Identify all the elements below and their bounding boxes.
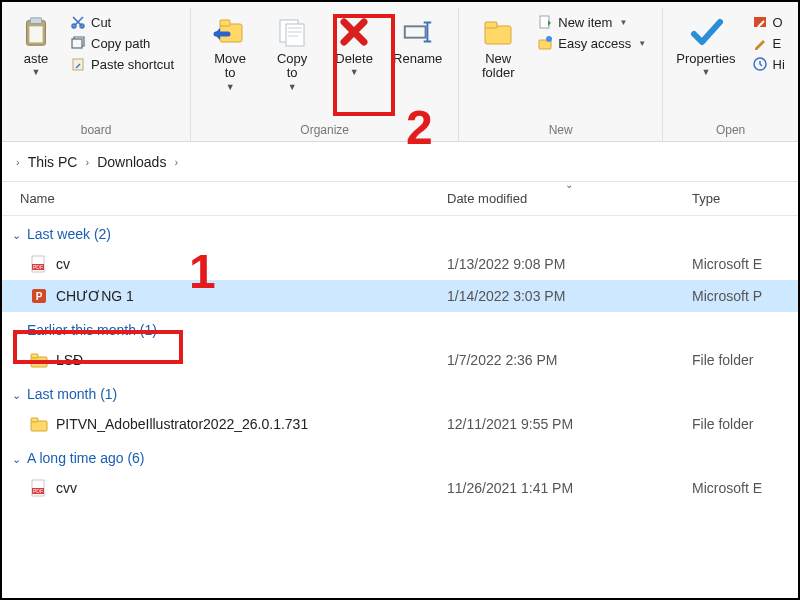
breadcrumb-downloads[interactable]: Downloads [97,154,166,170]
copy-path-button[interactable]: Copy path [68,34,176,52]
history-button[interactable]: Hi [750,55,787,73]
checkmark-icon [688,14,724,50]
group-earlier-this-month[interactable]: ⌄ Earlier this month (1) [2,312,798,344]
pdf-icon: PDF [30,479,48,497]
new-group-label: New [465,120,656,141]
edit-icon [752,35,768,51]
chevron-down-icon: ⌄ [12,229,21,242]
column-name[interactable]: Name [2,182,447,215]
group-label: Earlier this month (1) [27,322,157,338]
column-headers: Name ⌄ Date modified Type [2,182,798,216]
open-group-label: Open [669,120,792,141]
sort-indicator-icon: ⌄ [565,179,573,190]
organize-group: Move to ▼ Copy to ▼ Delete ▼ [191,8,459,141]
scissors-icon [70,14,86,30]
file-type: Microsoft P [692,288,798,304]
file-type: Microsoft E [692,256,798,272]
chevron-down-icon: ▼ [350,67,359,77]
svg-rect-10 [286,24,304,46]
chevron-down-icon: ▼ [638,39,646,48]
rename-icon [400,14,436,50]
file-type: File folder [692,416,798,432]
folder-icon [480,14,516,50]
open-group: Properties ▼ O E Hi Open [663,8,798,141]
powerpoint-icon: P [30,287,48,305]
file-row-selected[interactable]: P CHƯƠNG 1 1/14/2022 3:03 PM Microsoft P [2,280,798,312]
file-date: 1/13/2022 9:08 PM [447,256,692,272]
chevron-right-icon: › [174,156,178,168]
cut-button[interactable]: Cut [68,13,176,31]
column-type-label: Type [692,191,720,206]
new-folder-button[interactable]: New folder [469,11,527,84]
easy-access-button[interactable]: Easy access ▼ [535,34,648,52]
clipboard-icon [18,14,54,50]
new-item-button[interactable]: New item ▼ [535,13,648,31]
cut-label: Cut [91,15,111,30]
group-last-month[interactable]: ⌄ Last month (1) [2,376,798,408]
svg-rect-1 [30,18,41,24]
svg-rect-13 [485,22,497,28]
paste-label: aste [24,52,49,66]
breadcrumb-this-pc[interactable]: This PC [28,154,78,170]
rename-button[interactable]: Rename [387,11,448,69]
paste-shortcut-button[interactable]: Paste shortcut [68,55,176,73]
chevron-down-icon: ▼ [226,82,235,92]
svg-rect-25 [31,354,38,358]
chevron-down-icon: ▼ [288,82,297,92]
file-date: 12/11/2021 9:55 PM [447,416,692,432]
folder-icon [30,415,48,433]
svg-rect-11 [404,26,425,37]
delete-label: Delete [335,52,373,66]
file-row[interactable]: LSĐ 1/7/2022 2:36 PM File folder [2,344,798,376]
column-type[interactable]: Type [692,182,798,215]
file-list: ⌄ Last week (2) PDF cv 1/13/2022 9:08 PM… [2,216,798,504]
file-type: File folder [692,352,798,368]
move-to-label: Move to [214,52,246,81]
properties-button[interactable]: Properties ▼ [670,11,741,80]
new-item-icon [537,14,553,30]
file-name: CHƯƠNG 1 [56,288,134,304]
copy-to-button[interactable]: Copy to ▼ [263,11,321,95]
file-date: 11/26/2021 1:41 PM [447,480,692,496]
copy-to-label: Copy to [277,52,307,81]
move-to-button[interactable]: Move to ▼ [201,11,259,95]
file-date: 1/14/2022 3:03 PM [447,288,692,304]
chevron-down-icon: ▼ [32,67,41,77]
chevron-down-icon: ⌄ [12,389,21,402]
new-group: New folder New item ▼ Easy access ▼ New [459,8,663,141]
paste-button[interactable]: aste ▼ [12,11,60,80]
edit-button[interactable]: E [750,34,787,52]
file-name: PITVN_AdobeIllustrator2022_26.0.1.731 [56,416,308,432]
column-name-label: Name [20,191,55,206]
breadcrumb[interactable]: › This PC › Downloads › [2,142,798,182]
file-name: LSĐ [56,352,83,368]
history-label: Hi [773,57,785,72]
svg-text:PDF: PDF [33,488,43,494]
file-row[interactable]: PDF cv 1/13/2022 9:08 PM Microsoft E [2,248,798,280]
paste-shortcut-label: Paste shortcut [91,57,174,72]
svg-text:P: P [36,291,43,302]
folder-icon [30,351,48,369]
open-button[interactable]: O [750,13,787,31]
file-row[interactable]: PDF cvv 11/26/2021 1:41 PM Microsoft E [2,472,798,504]
svg-rect-6 [73,59,83,70]
file-row[interactable]: PITVN_AdobeIllustrator2022_26.0.1.731 12… [2,408,798,440]
file-name: cv [56,256,70,272]
easy-access-icon [537,35,553,51]
delete-x-icon [336,14,372,50]
svg-rect-12 [485,26,511,44]
chevron-right-icon: › [16,156,20,168]
svg-rect-5 [72,39,82,48]
delete-button[interactable]: Delete ▼ [325,11,383,80]
column-date-modified[interactable]: ⌄ Date modified [447,182,692,215]
chevron-down-icon: ▼ [701,67,710,77]
group-long-time-ago[interactable]: ⌄ A long time ago (6) [2,440,798,472]
group-last-week[interactable]: ⌄ Last week (2) [2,216,798,248]
svg-rect-14 [540,16,549,28]
svg-point-16 [546,36,552,42]
column-date-label: Date modified [447,191,527,206]
svg-rect-8 [220,20,230,26]
organize-group-label: Organize [197,120,452,141]
copy-path-label: Copy path [91,36,150,51]
easy-access-label: Easy access [558,36,631,51]
